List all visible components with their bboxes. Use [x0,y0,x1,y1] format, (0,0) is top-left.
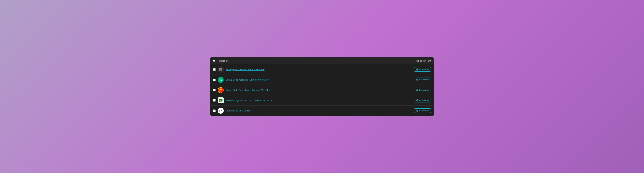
svg-text:Stavok: Stavok [220,101,222,102]
extension-icon [218,66,224,72]
svg-rect-0 [219,68,222,69]
all-sites-label: Все сайты [419,99,428,101]
row-select-checkbox[interactable] [213,89,216,91]
site-cell: Все сайты [407,98,431,102]
globe-icon [416,68,418,71]
header-checkbox-cell [213,59,218,62]
extension-name: Bonus Code Promotions - Chrome Web Store [226,89,407,91]
globe-icon [416,110,418,112]
svg-rect-6 [220,70,220,71]
extension-link[interactable]: Checker Plus for Gmail™ [226,109,251,112]
row-checkbox-cell [213,99,218,102]
table-row: Betting Calculator - Chrome Web Store Вс… [210,64,434,75]
svg-rect-11 [220,71,221,71]
table-row: ! Checker Plus for Gmail™ Все сайты [210,106,434,116]
globe-icon [416,79,418,81]
extension-name: Betting Calculator - Chrome Web Store [226,68,407,71]
extension-icon: ! [218,108,224,114]
row-checkbox-cell [213,79,218,81]
svg-rect-1 [219,69,220,70]
row-select-checkbox[interactable] [213,110,216,112]
svg-rect-5 [219,70,220,71]
svg-rect-3 [220,69,221,70]
svg-rect-4 [221,69,222,70]
site-cell: Все сайты [407,78,431,82]
row-checkbox-cell [213,110,218,112]
row-select-checkbox[interactable] [213,79,216,81]
row-checkbox-cell [213,68,218,71]
extension-link[interactable]: Bonus Code Assistant - Chrome Web Store [226,78,269,81]
extension-icon: Liga Stavok [218,97,224,103]
extension-name: Access to ligastavok.com - Chrome Web St… [226,99,407,102]
all-sites-button[interactable]: Все сайты [414,78,431,82]
table-row: B Bonus Code Assistant - Chrome Web Stor… [210,75,434,85]
svg-rect-9 [219,71,220,71]
extension-link[interactable]: Bonus Code Promotions - Chrome Web Store [226,89,271,91]
svg-rect-12 [221,71,222,71]
extension-icon: B [218,77,224,83]
svg-rect-7 [220,70,221,71]
select-all-checkbox[interactable] [213,60,215,62]
extensions-table: Название Основной сайт [210,57,434,116]
svg-rect-10 [220,71,220,71]
all-sites-label: Все сайты [419,79,428,81]
site-cell: Все сайты [407,108,431,113]
table-row: Liga Stavok Access to ligastavok.com - C… [210,95,434,106]
all-sites-button[interactable]: Все сайты [414,67,431,72]
svg-text:!: ! [219,111,220,112]
svg-text:BONUS: BONUS [218,90,223,91]
svg-rect-8 [221,70,222,71]
globe-icon [416,89,418,91]
svg-rect-2 [220,69,220,70]
globe-icon [416,99,418,101]
all-sites-button[interactable]: Все сайты [414,88,431,92]
extension-link[interactable]: Access to ligastavok.com - Chrome Web St… [226,99,272,102]
table-header: Название Основной сайт [210,57,434,64]
extension-icon: BONUS [218,87,224,93]
extension-link[interactable]: Betting Calculator - Chrome Web Store [226,68,264,71]
name-column-header: Название [218,60,407,62]
all-sites-label: Все сайты [419,68,428,71]
row-select-checkbox[interactable] [213,68,216,71]
row-select-checkbox[interactable] [213,99,216,102]
site-column-header: Основной сайт [407,60,431,62]
all-sites-label: Все сайты [419,110,428,112]
extension-name: Checker Plus for Gmail™ [226,109,407,112]
all-sites-label: Все сайты [419,89,428,91]
all-sites-button[interactable]: Все сайты [414,108,431,113]
site-cell: Все сайты [407,88,431,92]
all-sites-button[interactable]: Все сайты [414,98,431,102]
row-checkbox-cell [213,89,218,91]
extension-name: Bonus Code Assistant - Chrome Web Store [226,78,407,81]
site-cell: Все сайты [407,67,431,72]
svg-text:B: B [220,78,222,82]
table-row: BONUS Bonus Code Promotions - Chrome Web… [210,85,434,95]
